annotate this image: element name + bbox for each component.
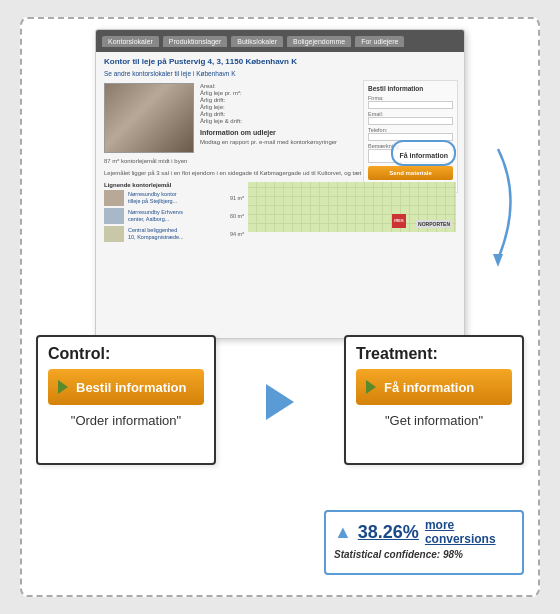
tab-forudlejere[interactable]: For udlejere — [355, 36, 404, 47]
mockup-map: NORPORTEN IRES — [248, 182, 456, 232]
treatment-label: Treatment: — [356, 345, 512, 363]
treatment-box: Treatment: Få information "Get informati… — [344, 335, 524, 465]
tab-kontorslokaler[interactable]: Kontorslokaler — [102, 36, 159, 47]
main-container: Kontorslokaler Produktionslager Butikslo… — [20, 17, 540, 597]
stats-more-text: more conversions — [425, 518, 514, 546]
blue-arrow-icon — [266, 384, 294, 420]
property-image — [104, 83, 194, 153]
stats-percent: 38.26% — [358, 522, 419, 543]
stats-row: ▲ 38.26% more conversions — [334, 518, 514, 546]
middle-arrow — [266, 384, 294, 420]
stats-box: ▲ 38.26% more conversions Statistical co… — [324, 510, 524, 575]
mockup-listings-section: Lignende kontorlejemål Nørresundby konto… — [104, 182, 244, 232]
confidence-value: 98% — [443, 549, 463, 560]
right-panel-title: Bestil information — [368, 85, 453, 92]
website-mockup: Kontorslokaler Produktionslager Butikslo… — [95, 29, 465, 339]
mockup-topbar: Kontorslokaler Produktionslager Butikslo… — [96, 30, 464, 52]
control-label: Control: — [48, 345, 204, 363]
control-caption: "Order information" — [48, 413, 204, 428]
treatment-button-arrow-icon — [366, 380, 376, 394]
ires-logo: IRES — [392, 214, 406, 228]
tab-produktionslager[interactable]: Produktionslager — [163, 36, 228, 47]
control-button-text: Bestil information — [76, 380, 187, 395]
mockup-page-title: Kontor til leje på Pustervig 4, 3, 1150 … — [104, 57, 456, 66]
curved-arrow-svg — [468, 139, 528, 269]
mockup-right-panel: Bestil information Firma: Email: Telefon… — [363, 80, 458, 193]
tab-butikslokaler[interactable]: Butikslokaler — [231, 36, 283, 47]
mockup-map-row: Lignende kontorlejemål Nørresundby konto… — [104, 182, 456, 232]
control-box: Control: Bestil information "Order infor… — [36, 335, 216, 465]
treatment-cta-button[interactable]: Få information — [356, 369, 512, 405]
stats-up-arrow-icon: ▲ — [334, 523, 352, 541]
circle-highlight-wrapper: Få information — [391, 140, 456, 166]
tab-boligejendomme[interactable]: Boligejendomme — [287, 36, 351, 47]
treatment-button-text: Få information — [384, 380, 474, 395]
stats-confidence: Statistical confidence: 98% — [334, 549, 514, 560]
confidence-label: Statistical confidence: — [334, 549, 440, 560]
norporten-logo: NORPORTEN — [416, 220, 452, 228]
treatment-caption: "Get information" — [356, 413, 512, 428]
mockup-cta-button[interactable]: Send materiale — [368, 166, 453, 180]
highlighted-cta-text: Få information — [399, 152, 448, 159]
button-arrow-icon — [58, 380, 68, 394]
svg-marker-0 — [493, 254, 503, 267]
control-cta-button[interactable]: Bestil information — [48, 369, 204, 405]
mockup-subtitle[interactable]: Se andre kontorslokaler til leje i Køben… — [104, 70, 456, 77]
